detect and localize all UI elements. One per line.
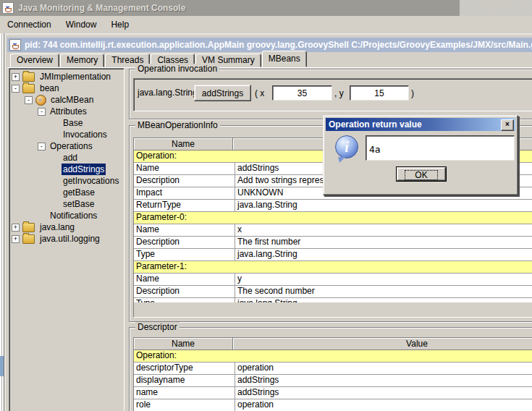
tree-item-addstrings[interactable]: addStrings [9,164,124,175]
table-row[interactable]: DescriptionThe second number [134,286,532,298]
args-close-paren: ) [411,88,414,98]
table-row[interactable]: Parameter-0: [134,212,532,224]
table-row[interactable]: Namey [134,274,532,286]
operation-return-value-dialog: Operation return value × i OK [323,115,518,195]
ok-button-label: OK [405,170,438,180]
tree-item-calcmbean[interactable]: - calcMBean [9,94,124,106]
frame-titlebar: pid: 744 com.intellij.rt.execution.appli… [7,38,532,52]
tree-item-getinvocations[interactable]: getInvocations [9,175,124,187]
args-separator: , y [334,88,344,98]
tree-item-getbase[interactable]: getBase [9,187,124,198]
tree-item-setbase[interactable]: setBase [9,198,124,210]
column-header-name[interactable]: Name [134,338,233,350]
collapse-icon[interactable]: - [38,143,46,151]
tree-item-attributes[interactable]: - Attributes [9,106,124,117]
param-y-input[interactable] [350,85,409,101]
close-icon[interactable]: × [501,119,514,131]
dialog-titlebar[interactable]: Operation return value × [326,118,515,131]
collapse-icon[interactable]: - [38,108,46,116]
menubar: Connection Window Help [0,16,532,34]
addstrings-invoke-button[interactable]: addStrings [194,85,251,101]
background-window-fragment [0,356,4,376]
window-titlebar: Java Monitoring & Management Console [0,0,532,16]
titlebar-dither [460,0,532,16]
dialog-title: Operation return value [329,119,422,130]
expand-icon[interactable]: + [12,235,20,243]
info-icon-tail [338,157,345,163]
info-icon: i [335,135,358,158]
folder-icon [22,72,35,82]
table-row[interactable]: nameaddStrings [134,387,532,399]
tree-item-bean[interactable]: - bean [9,82,124,94]
window-title: Java Monitoring & Management Console [18,3,185,13]
descriptor-table: Name Value Operation: descriptorTypeoper… [133,337,532,411]
expand-icon[interactable]: + [12,224,20,232]
tree-item-add[interactable]: add [9,152,124,164]
folder-icon [22,84,35,93]
tab-mbeans[interactable]: MBeans [262,51,307,67]
mbean-tree: + JMImplementation - bean - calcMBean - … [9,68,124,411]
table-row[interactable]: roleoperation [134,399,532,411]
descriptor-title: Descriptor [135,322,180,332]
return-value-field[interactable] [366,135,515,161]
tree-item-base[interactable]: Base [9,117,124,129]
folder-icon [22,223,35,232]
collapse-icon[interactable]: - [12,85,20,93]
args-open-paren: ( x [255,88,264,98]
jconsole-window: Java Monitoring & Management Console Con… [0,0,532,411]
tree-item-java-lang[interactable]: + java.lang [9,221,124,233]
table-header: Name Value [134,338,532,350]
tree-item-java-util-logging[interactable]: + java.util.logging [9,233,124,245]
tree-item-operations[interactable]: - Operations [9,140,124,152]
table-row[interactable]: ReturnTypejava.lang.String [134,200,532,212]
return-type-label: java.lang.String [138,88,198,98]
table-row[interactable]: Typejava.lang.String [134,249,532,261]
tabbar: Overview Memory Threads Classes VM Summa… [7,52,532,67]
tab-memory[interactable]: Memory [60,54,104,67]
tree-item-notifications[interactable]: Notifications [9,210,124,221]
table-filler [134,302,532,317]
table-row[interactable]: displaynameaddStrings [134,375,532,387]
expand-icon[interactable]: + [12,73,20,81]
param-x-input[interactable] [272,85,332,101]
menu-window[interactable]: Window [59,17,104,32]
column-header-value[interactable]: Value [233,338,532,350]
java-cup-icon [9,39,21,51]
table-row[interactable]: Parameter-1: [134,261,532,274]
tree-item-invocations[interactable]: Invocations [9,129,124,140]
table-row[interactable]: DescriptionThe first number [134,237,532,249]
operation-invocation-title: Operation invocation [135,64,219,74]
ok-button[interactable]: OK [397,167,446,181]
tree-item-jmimplementation[interactable]: + JMImplementation [9,71,124,82]
frame-title: pid: 744 com.intellij.rt.execution.appli… [25,40,532,50]
tab-overview[interactable]: Overview [10,54,59,67]
table-row[interactable]: Namex [134,224,532,237]
table-row[interactable]: Operation: [134,350,532,363]
table-row[interactable]: descriptorTypeoperation [134,363,532,375]
folder-icon [22,234,35,244]
java-cup-icon [2,2,14,14]
menu-connection[interactable]: Connection [0,17,59,32]
mbean-icon [35,95,46,106]
column-header-name[interactable]: Name [134,138,233,151]
mbean-operation-info-title: MBeanOperationInfo [135,120,220,130]
collapse-icon[interactable]: - [25,96,33,104]
menu-help[interactable]: Help [104,17,136,32]
